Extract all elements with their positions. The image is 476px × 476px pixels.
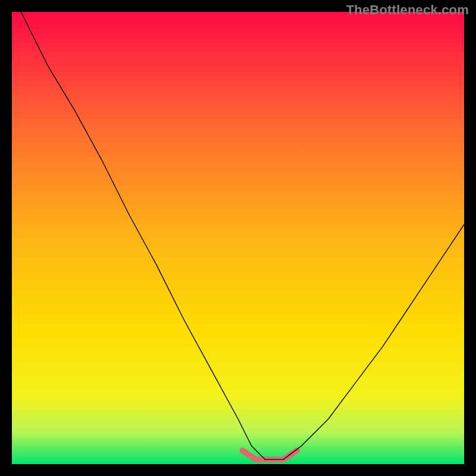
watermark-text: TheBottleneck.com xyxy=(346,2,469,18)
gradient-background xyxy=(12,12,464,464)
chart-frame: TheBottleneck.com xyxy=(0,0,476,476)
chart-svg xyxy=(12,12,464,464)
